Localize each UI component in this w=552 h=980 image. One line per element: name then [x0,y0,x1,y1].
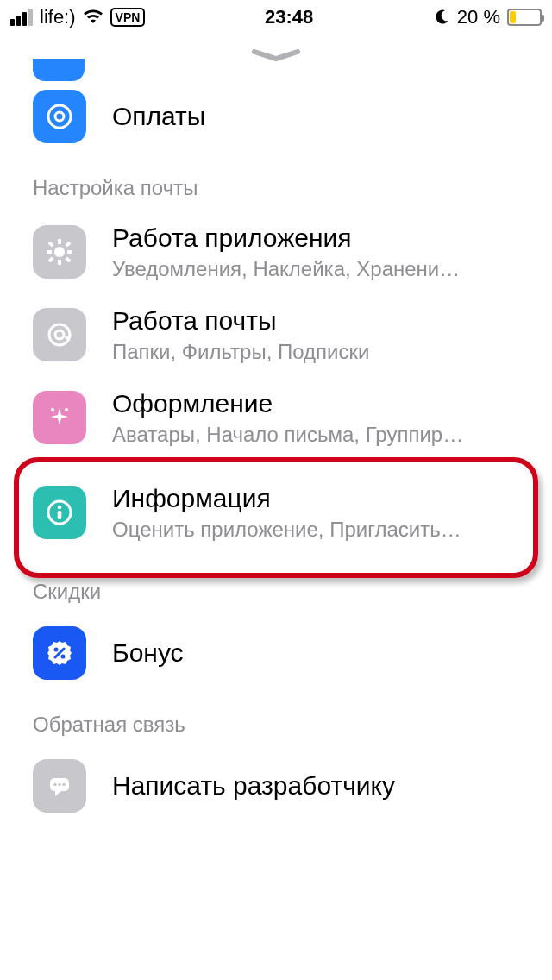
svg-point-22 [53,783,57,787]
row-title: Бонус [112,638,184,669]
svg-point-24 [62,783,66,787]
svg-point-1 [55,112,64,121]
row-subtitle: Уведомления, Наклейка, Хранени… [112,257,509,281]
battery-icon [507,9,542,26]
status-bar: life:) VPN 23:48 20 % [0,0,552,35]
svg-point-23 [58,783,61,787]
row-info[interactable]: Информация Оценить приложение, Пригласит… [0,459,552,566]
svg-point-12 [55,330,64,339]
payments-icon [33,90,86,143]
svg-point-16 [58,506,62,510]
logout-button[interactable]: Выйти из аккаунта [0,825,552,859]
row-mail-work[interactable]: Работа почты Папки, Фильтры, Подписки [0,293,552,376]
status-right: 20 % [433,6,542,28]
row-subtitle: Аватары, Начало письма, Группир… [112,423,509,447]
row-payments[interactable]: Оплаты [0,78,552,155]
percent-icon [33,626,86,680]
row-title: Работа приложения [112,223,519,254]
svg-point-18 [54,648,59,652]
svg-rect-17 [58,511,62,519]
row-appearance[interactable]: Оформление Аватары, Начало письма, Групп… [0,376,552,459]
svg-point-0 [48,105,71,128]
row-title: Работа почты [112,305,519,336]
row-subtitle: Оценить приложение, Пригласить… [112,518,509,542]
vpn-badge: VPN [110,8,146,27]
row-title: Написать разработчику [112,770,395,801]
svg-point-13 [51,408,54,411]
info-icon [33,486,86,539]
row-subtitle: Папки, Фильтры, Подписки [112,340,509,364]
settings-list: Оплаты Настройка почты Работа приложения… [0,78,552,859]
svg-point-19 [61,655,66,659]
wifi-icon [83,9,104,25]
row-app-work[interactable]: Работа приложения Уведомления, Наклейка,… [0,210,552,293]
gear-icon [33,225,86,279]
at-icon [33,308,86,361]
svg-rect-5 [47,250,52,254]
chat-icon [33,759,86,813]
svg-rect-8 [65,256,71,262]
svg-rect-7 [47,241,53,247]
svg-rect-10 [47,256,53,262]
svg-rect-6 [67,250,72,254]
moon-icon [433,9,450,26]
section-mail-settings: Настройка почты [0,155,552,210]
status-left: life:) VPN [10,6,145,28]
section-discounts: Скидки [0,566,552,614]
svg-rect-3 [58,239,61,244]
row-title: Информация [112,483,519,514]
sparkle-icon [33,391,86,444]
svg-rect-4 [58,260,61,265]
row-title: Оплаты [112,101,205,132]
section-feedback: Обратная связь [0,692,552,747]
battery-pct: 20 % [457,6,500,28]
carrier-label: life:) [40,6,76,28]
row-bonus[interactable]: Бонус [0,614,552,692]
svg-point-2 [54,247,65,257]
clock: 23:48 [265,6,313,28]
svg-point-11 [49,324,70,345]
row-write-dev[interactable]: Написать разработчику [0,747,552,825]
svg-point-14 [65,408,68,411]
signal-icon [10,9,33,26]
row-title: Оформление [112,388,519,419]
svg-rect-9 [65,241,71,247]
